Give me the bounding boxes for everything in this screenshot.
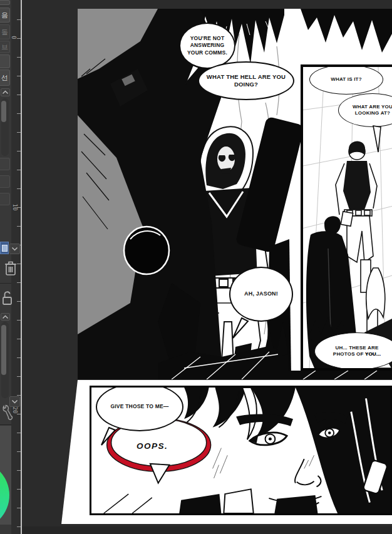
chevron-down-icon[interactable] — [9, 396, 20, 407]
bubble-tail — [184, 64, 200, 85]
bottom-strip — [0, 526, 392, 534]
speech-bubble-what-the-hell: WHAT THE HELL ARE YOU DOING? — [198, 61, 294, 100]
comic-page-top[interactable]: YOU'RE NOT ANSWERING YOUR COMMS. WHAT TH… — [78, 9, 392, 379]
lock-open-icon[interactable] — [1, 289, 14, 309]
scrollbar-thumb-top[interactable] — [1, 101, 6, 122]
uh-line1: UH... THESE ARE — [336, 345, 379, 351]
speech-bubble-comms: YOU'RE NOT ANSWERING YOUR COMMS. — [179, 23, 235, 69]
scrollbar-thumb-bottom[interactable] — [1, 325, 6, 375]
speech-bubble-oops-text: OOPS. — [137, 441, 168, 451]
chevron-up-icon[interactable] — [1, 313, 10, 321]
speech-bubble-what-is-it: WHAT IS IT? — [309, 64, 383, 95]
bubble-tail — [368, 125, 384, 153]
ruler-edge-line — [21, 0, 22, 534]
speech-bubble-uh-these: UH... THESE ARE PHOTOS OF YOU... — [314, 332, 392, 370]
tool-button-3[interactable]: 브 — [0, 41, 10, 53]
tool-button-6[interactable] — [0, 158, 10, 170]
tool-button-2[interactable]: 돌 — [0, 24, 10, 39]
trash-icon[interactable] — [3, 259, 18, 280]
tool-button-partial[interactable] — [0, 0, 10, 5]
dropdown-chevron-icon[interactable] — [9, 244, 20, 254]
tool-sidebar: 음 돌 브 선 — [0, 0, 11, 534]
chevron-up-icon[interactable] — [1, 88, 10, 96]
ruler-label-10: 10 — [12, 204, 18, 211]
ruler-label-0: 0 — [11, 36, 17, 39]
bubble-tail — [99, 426, 116, 446]
inset-panel: WHAT IS IT? WHAT ARE YOU LOOKING AT? UH.… — [301, 64, 392, 371]
bottom-panel-frame: GIVE THOSE TO ME— OOPS. — [90, 386, 392, 515]
selected-layer-item[interactable] — [0, 242, 9, 254]
comic-page-bottom[interactable]: GIVE THOSE TO ME— OOPS. — [61, 380, 392, 524]
tool-button-1[interactable]: 음 — [0, 8, 10, 23]
tool-button-7[interactable] — [0, 175, 10, 188]
bubble-tail — [232, 317, 249, 339]
tool-button-4[interactable] — [0, 54, 10, 68]
speech-bubble-ah-jason: AH, JASON! — [229, 267, 293, 322]
uh-line2: PHOTOS OF YOU... — [333, 351, 381, 357]
tool-button-5[interactable]: 선 — [0, 69, 10, 86]
tool-button-8[interactable] — [0, 193, 10, 205]
